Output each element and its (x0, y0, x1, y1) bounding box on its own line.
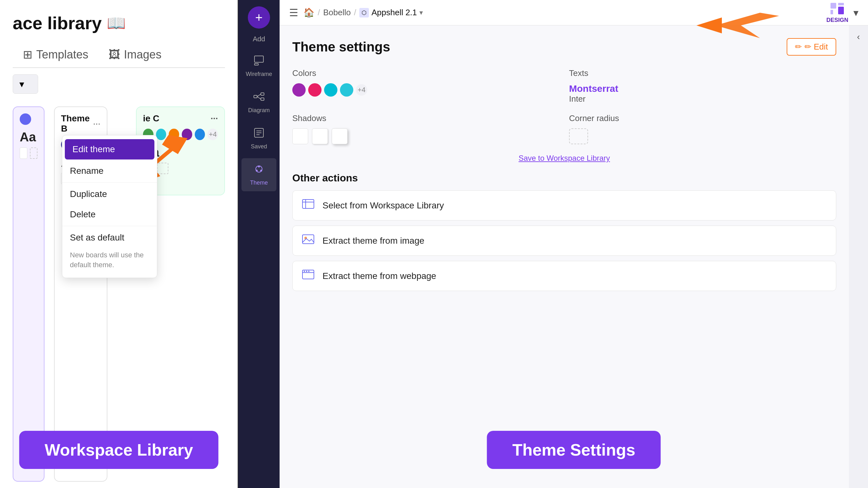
svg-rect-4 (254, 95, 257, 98)
color-dot-1 (292, 83, 306, 97)
theme-card-a[interactable]: Aa (13, 106, 44, 482)
svg-marker-32 (696, 18, 722, 33)
toolbar-wireframe[interactable]: Wireframe (242, 50, 276, 83)
action-extract-image[interactable]: Extract theme from image (292, 225, 836, 256)
context-duplicate[interactable]: Duplicate (62, 184, 157, 204)
svg-marker-1 (162, 135, 187, 154)
wireframe-icon (253, 55, 265, 69)
colors-texts-grid: Colors +4 Texts Montserrat Inter (292, 68, 836, 104)
images-label: Images (124, 48, 161, 61)
svg-point-28 (304, 271, 305, 272)
shadow-opt-1[interactable] (292, 128, 308, 144)
top-bar-right: DESIGN ▾ (826, 2, 859, 24)
color-c5 (195, 129, 205, 140)
shadow-box-dashed (30, 147, 37, 159)
collapse-panel-button[interactable]: ‹ (857, 32, 860, 42)
svg-rect-17 (831, 3, 836, 8)
title-text: ace library (13, 13, 102, 33)
action-extract-webpage[interactable]: Extract theme from webpage (292, 261, 836, 291)
svg-rect-6 (261, 98, 264, 100)
image-extract-icon (300, 232, 316, 249)
svg-point-16 (256, 170, 258, 172)
settings-title: Theme settings (292, 39, 390, 55)
project-name: Appshell 2.1 (371, 8, 417, 18)
svg-rect-5 (261, 93, 264, 95)
delete-label: Delete (70, 209, 96, 219)
edit-button[interactable]: ✏ ✏ Edit (787, 38, 836, 56)
shadows-section: Shadows (292, 114, 559, 144)
shadows-label: Shadows (292, 114, 559, 123)
left-tabs: ⊞ Templates 🖼 Images (13, 43, 225, 68)
context-delete[interactable]: Delete (62, 204, 157, 224)
expand-icon[interactable]: ▾ (854, 7, 859, 19)
color-dot-2 (308, 83, 321, 97)
svg-rect-20 (838, 7, 844, 14)
breadcrumb-workspace[interactable]: Bobello (323, 8, 351, 18)
home-icon[interactable]: 🏠 (303, 7, 314, 18)
book-icon: 📖 (107, 14, 126, 32)
corner-section: Corner radius (569, 114, 836, 144)
tab-templates[interactable]: ⊞ Templates (13, 43, 98, 67)
theme-c-header: ie C ··· (143, 114, 218, 124)
set-default-label: Set as default (70, 233, 124, 242)
context-rename[interactable]: Rename (62, 161, 157, 181)
more-colors-badge: +4 (208, 129, 218, 140)
svg-line-7 (257, 94, 261, 97)
font-secondary: Inter (569, 94, 836, 104)
theme-b-menu-dots[interactable]: ··· (93, 119, 100, 129)
texts-label: Texts (569, 68, 836, 78)
context-divider-1 (62, 182, 157, 183)
context-set-default[interactable]: Set as default (62, 227, 157, 248)
workspace-library-icon (300, 197, 316, 214)
corner-options (569, 128, 836, 144)
action-select-library[interactable]: Select from Workspace Library (292, 190, 836, 220)
app-icon: ⬡ (359, 8, 369, 18)
breadcrumb-project: ⬡ Appshell 2.1 ▾ (359, 8, 423, 18)
chevron-down-icon[interactable]: ▾ (420, 8, 423, 17)
plus-icon: + (255, 10, 262, 25)
design-icon (829, 2, 845, 16)
filter-dropdown[interactable]: ▾ (13, 74, 38, 94)
theme-b-title: Theme B (61, 114, 93, 134)
pencil-icon: ✏ (795, 42, 802, 52)
tab-images[interactable]: 🖼 Images (98, 43, 172, 67)
chevron-down-icon: ▾ (20, 79, 24, 90)
corner-label: Corner radius (569, 114, 836, 123)
add-button[interactable]: + (248, 6, 270, 29)
wireframe-label: Wireframe (246, 71, 272, 78)
toolbar-diagram[interactable]: Diagram (242, 86, 276, 119)
toolbar-saved[interactable]: Saved (242, 122, 276, 155)
design-button[interactable]: DESIGN (826, 2, 848, 24)
svg-line-8 (257, 97, 261, 99)
shadows-corner-grid: Shadows Corner radius (292, 114, 836, 144)
design-label: DESIGN (826, 17, 848, 24)
extract-image-label: Extract theme from image (322, 236, 425, 246)
other-actions-title: Other actions (292, 172, 836, 184)
toolbar-theme[interactable]: Theme (242, 158, 276, 191)
svg-rect-18 (831, 10, 833, 14)
svg-rect-21 (303, 200, 314, 208)
color-dot-4 (340, 83, 353, 97)
svg-point-15 (260, 170, 262, 172)
context-note: New boards will use thedefault theme. (62, 248, 157, 275)
shadow-opt-3[interactable] (332, 128, 348, 144)
theme-c-menu-dots[interactable]: ··· (211, 114, 218, 124)
save-to-library[interactable]: Save to Workspace Library (292, 154, 836, 163)
theme-icon (253, 163, 265, 178)
rename-label: Rename (70, 166, 103, 176)
corner-opt-1[interactable] (569, 128, 588, 144)
right-arrow-annotation (696, 6, 779, 46)
theme-card-b-header: Theme B ··· (61, 114, 100, 134)
context-divider-2 (62, 226, 157, 226)
colors-section: Colors +4 (292, 68, 559, 104)
breadcrumb-sep-1: / (318, 8, 320, 18)
shadow-options (292, 128, 559, 144)
theme-settings-panel: Theme settings ✏ ✏ Edit Colors +4 (280, 25, 868, 488)
shadow-opt-2[interactable] (312, 128, 328, 144)
color-circle (20, 114, 31, 125)
context-edit-theme[interactable]: Edit theme (65, 139, 154, 159)
edit-theme-label: Edit theme (72, 144, 115, 154)
diagram-label: Diagram (248, 107, 270, 114)
hamburger-icon[interactable]: ☰ (289, 7, 298, 19)
breadcrumb-sep-2: / (354, 8, 356, 18)
